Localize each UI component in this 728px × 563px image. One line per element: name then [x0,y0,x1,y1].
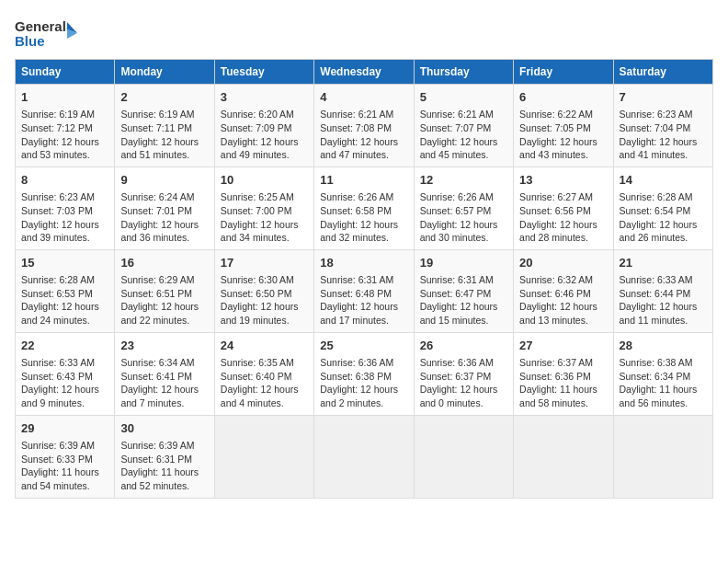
calendar-cell: 28Sunrise: 6:38 AMSunset: 6:34 PMDayligh… [613,332,712,415]
calendar-cell: 11Sunrise: 6:26 AMSunset: 6:58 PMDayligh… [314,167,414,249]
day-info-line: Sunrise: 6:38 AM [620,356,707,370]
day-info-line: Sunset: 7:00 PM [221,204,308,218]
day-info-line: Sunset: 6:51 PM [120,287,208,301]
day-info-line: Sunrise: 6:25 AM [221,190,308,204]
day-header-thursday: Thursday [414,60,513,85]
day-info-line: Daylight: 12 hours [320,218,407,232]
day-info-line: Sunset: 7:07 PM [420,121,507,135]
calendar-cell: 14Sunrise: 6:28 AMSunset: 6:54 PMDayligh… [613,167,712,249]
day-number: 17 [221,255,308,271]
day-info-line: Daylight: 12 hours [21,300,108,314]
day-info-line: Daylight: 12 hours [620,300,707,314]
day-info-line: Sunset: 7:03 PM [21,204,108,218]
day-info-line: Sunrise: 6:35 AM [221,356,308,370]
day-info-line: Sunset: 6:56 PM [519,204,607,218]
day-info-line: Sunset: 6:38 PM [320,370,407,384]
day-info-line: Daylight: 11 hours [21,465,108,479]
day-info-line: Daylight: 11 hours [120,465,208,479]
calendar-header-row: SundayMondayTuesdayWednesdayThursdayFrid… [16,60,713,85]
day-info-line: Sunrise: 6:23 AM [21,190,108,204]
calendar-cell: 26Sunrise: 6:36 AMSunset: 6:37 PMDayligh… [414,332,513,415]
day-info-line: Sunset: 6:34 PM [620,370,707,384]
day-info-line: Sunrise: 6:39 AM [21,439,108,453]
calendar-week-row: 1Sunrise: 6:19 AMSunset: 7:12 PMDaylight… [16,85,713,167]
day-info-line: and 9 minutes. [21,396,108,410]
day-number: 16 [120,255,208,271]
calendar-cell: 4Sunrise: 6:21 AMSunset: 7:08 PMDaylight… [314,85,414,167]
day-info-line: Sunrise: 6:39 AM [120,439,208,453]
day-info-line: and 54 minutes. [21,479,108,493]
day-info-line: Daylight: 12 hours [21,218,108,232]
day-info-line: Daylight: 12 hours [221,300,308,314]
day-info-line: Sunrise: 6:22 AM [519,108,607,121]
day-info-line: Sunset: 6:48 PM [320,287,407,301]
day-info-line: and 45 minutes. [420,148,507,162]
calendar-cell: 17Sunrise: 6:30 AMSunset: 6:50 PMDayligh… [214,249,313,332]
day-info-line: Sunrise: 6:19 AM [120,108,208,121]
day-info-line: Daylight: 11 hours [620,383,707,396]
calendar-cell: 12Sunrise: 6:26 AMSunset: 6:57 PMDayligh… [414,167,513,249]
calendar-cell: 10Sunrise: 6:25 AMSunset: 7:00 PMDayligh… [214,167,313,249]
calendar-cell: 21Sunrise: 6:33 AMSunset: 6:44 PMDayligh… [613,249,712,332]
day-info-line: Sunset: 6:37 PM [420,370,507,384]
day-info-line: Sunrise: 6:27 AM [519,190,607,204]
day-info-line: and 15 minutes. [420,314,507,327]
day-number: 22 [21,338,108,354]
day-info-line: Sunset: 6:58 PM [320,204,407,218]
calendar-cell [514,415,613,498]
day-info-line: Sunrise: 6:32 AM [519,273,607,287]
day-info-line: Daylight: 12 hours [420,218,507,232]
day-info-line: Sunrise: 6:33 AM [21,356,108,370]
day-info-line: Daylight: 12 hours [620,218,707,232]
day-info-line: and 36 minutes. [120,231,208,245]
day-number: 15 [21,255,108,271]
day-info-line: Sunset: 6:46 PM [519,287,607,301]
day-info-line: Sunset: 7:05 PM [519,121,607,135]
calendar-cell: 30Sunrise: 6:39 AMSunset: 6:31 PMDayligh… [115,415,214,498]
day-number: 19 [420,255,507,271]
day-info-line: Daylight: 12 hours [420,383,507,396]
day-info-line: Sunrise: 6:30 AM [221,273,308,287]
day-info-line: and 53 minutes. [21,148,108,162]
calendar-cell: 3Sunrise: 6:20 AMSunset: 7:09 PMDaylight… [214,85,313,167]
day-info-line: Sunset: 7:01 PM [120,204,208,218]
svg-text:Blue: Blue [15,33,45,49]
calendar-cell: 29Sunrise: 6:39 AMSunset: 6:33 PMDayligh… [16,415,115,498]
calendar-week-row: 8Sunrise: 6:23 AMSunset: 7:03 PMDaylight… [16,167,713,249]
day-number: 27 [519,338,607,354]
day-info-line: and 43 minutes. [519,148,607,162]
calendar-cell [214,415,313,498]
day-header-tuesday: Tuesday [214,60,313,85]
day-info-line: Sunrise: 6:26 AM [320,190,407,204]
day-header-saturday: Saturday [613,60,712,85]
svg-text:General: General [15,18,66,34]
day-info-line: Sunset: 6:31 PM [120,453,208,466]
day-info-line: Sunrise: 6:36 AM [320,356,407,370]
day-info-line: Daylight: 12 hours [320,383,407,396]
day-info-line: and 49 minutes. [221,148,308,162]
calendar-week-row: 29Sunrise: 6:39 AMSunset: 6:33 PMDayligh… [16,415,713,498]
day-info-line: Daylight: 12 hours [221,135,308,149]
day-info-line: Sunset: 6:41 PM [120,370,208,384]
calendar-cell: 7Sunrise: 6:23 AMSunset: 7:04 PMDaylight… [613,85,712,167]
calendar-cell [314,415,414,498]
calendar-cell: 19Sunrise: 6:31 AMSunset: 6:47 PMDayligh… [414,249,513,332]
day-info-line: and 47 minutes. [320,148,407,162]
day-number: 10 [221,172,308,189]
logo: GeneralBlue [15,15,79,52]
day-info-line: Sunset: 7:08 PM [320,121,407,135]
day-info-line: and 22 minutes. [120,314,208,327]
day-info-line: Sunset: 6:57 PM [420,204,507,218]
day-info-line: Daylight: 12 hours [420,300,507,314]
day-info-line: Sunrise: 6:28 AM [620,190,707,204]
day-info-line: and 30 minutes. [420,231,507,245]
day-info-line: Daylight: 12 hours [221,383,308,396]
day-info-line: Sunrise: 6:33 AM [620,273,707,287]
day-info-line: Daylight: 12 hours [620,135,707,149]
page-header: GeneralBlue [15,15,713,52]
day-info-line: and 41 minutes. [620,148,707,162]
day-number: 7 [620,89,707,106]
calendar-cell: 9Sunrise: 6:24 AMSunset: 7:01 PMDaylight… [115,167,214,249]
day-number: 13 [519,172,607,189]
calendar-week-row: 15Sunrise: 6:28 AMSunset: 6:53 PMDayligh… [16,249,713,332]
